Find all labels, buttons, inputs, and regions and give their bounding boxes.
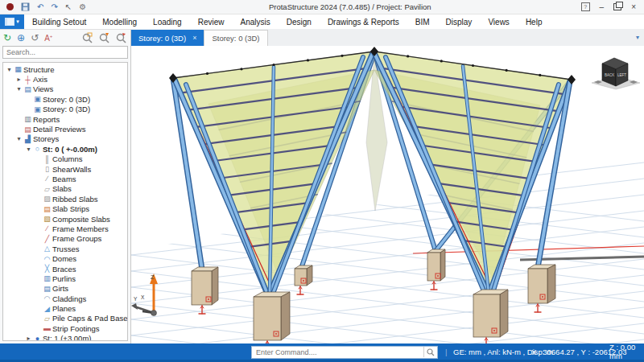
zoom-window-icon[interactable] bbox=[82, 32, 93, 43]
tree-item-columns[interactable]: ║Columns bbox=[3, 154, 127, 164]
title-bar: ↶ ↷ ↖ ⚙ ProtaStructure 2024 (7.0.485) / … bbox=[0, 0, 644, 14]
annotate-icon[interactable]: A+ bbox=[44, 31, 52, 43]
tree-item-st-1-3-00m[interactable]: ▸●St: 1 (+3.00m) bbox=[3, 334, 127, 341]
redo-icon[interactable]: ↷ bbox=[51, 3, 57, 11]
menu-review[interactable]: Review bbox=[190, 18, 233, 27]
pedestal bbox=[528, 265, 555, 303]
tree-item-detail-previews[interactable]: ▤Detail Previews bbox=[3, 124, 127, 134]
restore-icon[interactable] bbox=[613, 3, 621, 10]
tree-item-label: Domes bbox=[52, 254, 76, 263]
save-icon[interactable] bbox=[21, 2, 30, 11]
tree-item-views[interactable]: ▾▤Views bbox=[3, 84, 127, 94]
tree-item-label: Reports bbox=[33, 115, 60, 124]
zoom-reset-icon[interactable] bbox=[116, 32, 127, 43]
tree-item-label: Composite Slabs bbox=[52, 215, 110, 224]
menu-drawings-reports[interactable]: Drawings & Reports bbox=[320, 18, 407, 27]
menu-analysis[interactable]: Analysis bbox=[232, 18, 278, 27]
tree-item-label: ShearWalls bbox=[52, 165, 91, 174]
tree-item-frame-members[interactable]: ∕Frame Members bbox=[3, 224, 127, 233]
expander-icon[interactable]: ▾ bbox=[15, 135, 23, 142]
pedestal bbox=[295, 265, 312, 286]
expander-icon[interactable]: ▾ bbox=[6, 66, 13, 73]
tree-item-purlins[interactable]: ▥Purlins bbox=[3, 274, 127, 283]
tree-item-axis[interactable]: ▸┼Axis bbox=[3, 74, 127, 84]
tab-storey-0-3d-inactive[interactable]: Storey: 0 (3D) bbox=[204, 30, 267, 46]
tab-list-caret-icon[interactable]: ▾ bbox=[636, 34, 639, 41]
command-search-icon[interactable] bbox=[423, 347, 437, 357]
status-cursor-z: Z : 0.00 mm bbox=[609, 343, 644, 360]
storey-0-3d-icon: ▣ bbox=[32, 105, 43, 113]
columns-icon: ║ bbox=[42, 155, 52, 163]
close-icon[interactable]: × bbox=[631, 3, 636, 11]
tab-storey-0-3d-active[interactable]: Storey: 0 (3D) × bbox=[131, 30, 204, 46]
help-window-icon[interactable]: ? bbox=[581, 2, 590, 11]
tree-item-ribbed-slabs[interactable]: ▨Ribbed Slabs bbox=[3, 194, 127, 204]
tree-item-trusses[interactable]: △Trusses bbox=[3, 244, 127, 253]
tree-item-braces[interactable]: ╳Braces bbox=[3, 264, 127, 274]
model-tree-panel: ↻ ⊕ ↺ A+ ▾▦Structure▸┼Axis▾▤Views▣Storey… bbox=[0, 30, 131, 343]
pedestal bbox=[427, 249, 445, 281]
tree-item-label: Girts bbox=[52, 284, 68, 293]
expander-icon[interactable]: ▾ bbox=[25, 146, 32, 153]
panel-toolbar: ↻ ⊕ ↺ A+ bbox=[0, 30, 130, 46]
tree-item-label: Ribbed Slabs bbox=[52, 195, 98, 204]
tree-item-reports[interactable]: ▥Reports bbox=[3, 114, 127, 124]
claddings-icon: ◠ bbox=[42, 294, 52, 302]
expander-icon[interactable]: ▸ bbox=[25, 335, 32, 341]
tree-item-composite-slabs[interactable]: ▧Composite Slabs bbox=[3, 214, 127, 224]
settings-gear-icon[interactable]: ⚙ bbox=[79, 3, 86, 11]
app-menu-button[interactable]: ▾ bbox=[0, 14, 24, 29]
tree-item-slab-strips[interactable]: ▤Slab Strips bbox=[3, 204, 127, 213]
tree-item-beams[interactable]: ∕Beams bbox=[3, 174, 127, 183]
menu-building-setout[interactable]: Building Setout bbox=[24, 18, 94, 27]
refresh-icon[interactable]: ↻ bbox=[3, 33, 11, 43]
tree-item-pile-caps-pad-bases[interactable]: ▱Pile Caps & Pad Bases bbox=[3, 314, 127, 323]
tree-item-planes[interactable]: ◢Planes bbox=[3, 303, 127, 313]
detail-previews-icon: ▤ bbox=[23, 125, 33, 134]
app-logo-icon[interactable] bbox=[6, 3, 14, 10]
tree-item-claddings[interactable]: ◠Claddings bbox=[3, 294, 127, 303]
tree-item-storeys[interactable]: ▾▟Storeys bbox=[3, 134, 127, 144]
cube-left-face-label: LEFT bbox=[617, 73, 626, 77]
scene-canvas[interactable]: Z Y X BACK LEFT bbox=[131, 46, 644, 343]
command-input[interactable] bbox=[252, 348, 423, 356]
tree-item-st-0-0-00m[interactable]: ▾○St: 0 ( +-0.00m) bbox=[3, 144, 127, 154]
view-tab-strip: Storey: 0 (3D) × Storey: 0 (3D) ▾ bbox=[131, 29, 644, 47]
rotate-icon[interactable]: ↺ bbox=[31, 33, 39, 43]
expander-icon[interactable]: ▾ bbox=[15, 85, 23, 93]
tree-item-domes[interactable]: ◠Domes bbox=[3, 253, 127, 263]
st-0-0-00m-icon: ○ bbox=[32, 145, 43, 153]
menu-display[interactable]: Display bbox=[438, 18, 481, 27]
tree-item-frame-groups[interactable]: ╱Frame Groups bbox=[3, 234, 127, 244]
tree-item-structure[interactable]: ▾▦Structure bbox=[3, 64, 127, 74]
viewport-3d[interactable]: Z Y X BACK LEFT bbox=[131, 46, 644, 343]
menu-design[interactable]: Design bbox=[279, 18, 320, 27]
tree-item-strip-footings[interactable]: ▬Strip Footings bbox=[3, 323, 127, 333]
menu-modelling[interactable]: Modelling bbox=[94, 18, 145, 27]
menu-bim[interactable]: BIM bbox=[407, 18, 438, 27]
pile-caps-pad-bases-icon: ▱ bbox=[42, 315, 52, 323]
tree-item-slabs[interactable]: ▱Slabs bbox=[3, 184, 127, 194]
y-axis-label: Y bbox=[134, 296, 138, 302]
tree-item-shearwalls[interactable]: ▯ShearWalls bbox=[3, 164, 127, 174]
planes-icon: ◢ bbox=[42, 305, 52, 313]
tree-item-storey-0-3d[interactable]: ▣Storey: 0 (3D) bbox=[3, 105, 127, 114]
expander-icon[interactable]: ▸ bbox=[15, 76, 23, 83]
frame-members-icon: ∕ bbox=[42, 224, 52, 232]
frame-groups-icon: ╱ bbox=[42, 235, 52, 243]
girts-icon: ▤ bbox=[42, 285, 52, 293]
undo-icon[interactable]: ↶ bbox=[37, 3, 43, 11]
tree-item-girts[interactable]: ▤Girts bbox=[3, 284, 127, 294]
menu-views[interactable]: Views bbox=[480, 18, 518, 27]
minimize-icon[interactable]: – bbox=[600, 3, 605, 11]
zoom-in-icon[interactable] bbox=[99, 32, 110, 43]
menu-loading[interactable]: Loading bbox=[145, 18, 190, 27]
tab-close-icon[interactable]: × bbox=[192, 34, 196, 42]
tree-item-storey-0-3d[interactable]: ▣Storey: 0 (3D) bbox=[3, 94, 127, 104]
tree-item-label: Frame Members bbox=[52, 224, 109, 233]
select-cursor-icon[interactable]: ↖ bbox=[65, 3, 72, 11]
search-input[interactable] bbox=[3, 48, 127, 56]
slabs-icon: ▱ bbox=[42, 185, 52, 193]
globe-icon[interactable]: ⊕ bbox=[17, 33, 25, 43]
menu-help[interactable]: Help bbox=[518, 18, 551, 27]
